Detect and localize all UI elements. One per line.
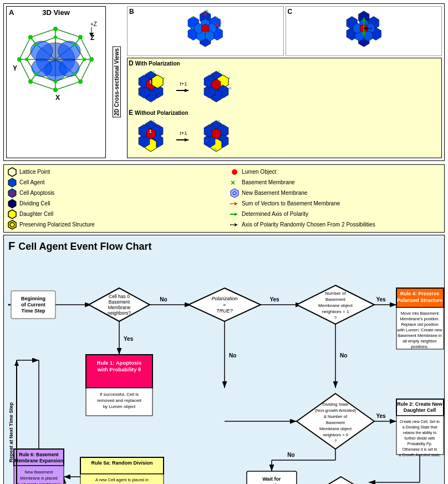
legend-axis-polarity: Determined Axis of Polarity [230, 209, 441, 219]
svg-marker-137 [235, 202, 237, 205]
panel-c-label: C [288, 8, 293, 16]
svg-text:neighbors > 0: neighbors > 0 [323, 432, 348, 437]
svg-text:1: 1 [11, 191, 14, 196]
svg-text:Yes: Yes [376, 296, 386, 302]
panel-a-diagram: Y X Z [8, 18, 103, 104]
svg-text:Number of: Number of [325, 291, 346, 296]
svg-text:retains the ability to: retains the ability to [403, 431, 436, 435]
svg-point-23 [53, 27, 58, 31]
svg-text:with Probability θ: with Probability θ [97, 366, 141, 372]
svg-text:Daughter Cell: Daughter Cell [404, 407, 436, 413]
svg-text:Yes: Yes [269, 296, 279, 302]
svg-text:No: No [229, 352, 236, 359]
svg-text:?: ? [334, 438, 337, 443]
legend-daughter-cell: Daughter Cell [7, 209, 218, 219]
svg-text:with Lumen. Create new: with Lumen. Create new [397, 327, 442, 332]
svg-point-29 [17, 57, 22, 62]
svg-point-28 [28, 79, 33, 84]
svg-point-37 [25, 58, 28, 61]
svg-text:×: × [218, 69, 220, 73]
svg-text:+Z: +Z [90, 21, 97, 27]
svg-text:Time Step: Time Step [22, 308, 45, 314]
legend-cell-agent: Cell Agent [7, 178, 218, 188]
svg-text:×: × [163, 76, 165, 80]
cross-section-wrapper: 2D Cross-sectional Views [108, 6, 125, 158]
svg-text:& Number of: & Number of [324, 414, 348, 419]
svg-point-35 [54, 80, 57, 83]
svg-text:all empty neighbor: all empty neighbor [403, 339, 437, 344]
panel-d-time-label: t+1 [180, 81, 187, 87]
panel-d-sublabel: With Polarization [135, 60, 180, 67]
panel-e-group: E Without Polarization [129, 109, 440, 157]
svg-text:Membrane is placed: Membrane is placed [20, 476, 58, 481]
svg-point-38 [34, 43, 38, 46]
svg-text:Yes: Yes [124, 336, 134, 342]
panel-e-arrow: t+1 [175, 130, 192, 144]
svg-point-25 [89, 57, 94, 62]
svg-text:further divide with: further divide with [405, 436, 435, 440]
svg-text:in all empty neighboring: in all empty neighboring [17, 482, 60, 484]
svg-text:×: × [228, 76, 231, 80]
svg-text:Rule 1: Apoptosis: Rule 1: Apoptosis [97, 360, 141, 366]
svg-text:Dividing State: Dividing State [323, 402, 348, 407]
panel-d-label: D [129, 59, 134, 67]
svg-point-24 [78, 35, 83, 39]
svg-text:New Basement: New Basement [25, 470, 54, 475]
svg-text:×: × [152, 69, 155, 73]
flowchart-title: Cell Agent Event Flow Chart [18, 241, 151, 253]
panel-de: D With Polarization [127, 58, 442, 158]
svg-text:Yes: Yes [376, 413, 386, 419]
svg-point-31 [54, 36, 57, 39]
panel-e-sublabel: Without Polarization [135, 110, 189, 116]
svg-text:×: × [218, 26, 221, 31]
svg-marker-135 [8, 199, 16, 208]
svg-text:No: No [340, 352, 347, 359]
panel-a: A 3D View Y X Z [6, 6, 106, 158]
svg-text:Polarized Structure: Polarized Structure [397, 298, 443, 303]
svg-text:×: × [206, 33, 208, 38]
svg-text:Membrane object: Membrane object [319, 426, 352, 431]
svg-point-30 [28, 35, 33, 39]
svg-text:Otherwise it is set to: Otherwise it is set to [402, 447, 437, 451]
svg-text:No: No [160, 296, 167, 302]
svg-text:×: × [216, 15, 218, 20]
svg-text:×: × [152, 119, 155, 123]
svg-text:=: = [223, 302, 226, 307]
legend-basement-membrane: × Basement Membrane [230, 178, 441, 188]
svg-text:Basement Membrane in: Basement Membrane in [398, 333, 442, 338]
svg-point-127 [232, 169, 237, 175]
svg-text:⊙: ⊙ [205, 138, 208, 142]
svg-text:1: 1 [149, 129, 152, 134]
svg-point-36 [34, 73, 38, 76]
svg-text:No: No [287, 452, 294, 458]
legend-section: Lattice Point Lumen Object Cell Agent × … [3, 164, 445, 233]
svg-text:If successful, Cell is: If successful, Cell is [100, 392, 139, 397]
svg-marker-144 [235, 223, 237, 226]
legend-axis-random: Axis of Polarity Randomly Chosen From 2 … [230, 220, 441, 230]
svg-text:Create new Cell. Set to: Create new Cell. Set to [400, 420, 440, 424]
legend-lattice-point: Lattice Point [7, 167, 218, 177]
svg-text:Membrane object: Membrane object [318, 303, 353, 308]
panel-a-label: A [9, 8, 14, 17]
svg-marker-141 [8, 220, 16, 229]
panel-d-content: 1 × × t+1 [129, 68, 440, 107]
panel-de-container: D With Polarization [127, 58, 442, 158]
panel-a-title: 3D View [8, 8, 104, 17]
panel-e-content: 1 × t+1 [129, 118, 440, 157]
svg-text:Rule 4: Preserve: Rule 4: Preserve [400, 291, 440, 296]
svg-point-19 [58, 41, 80, 61]
flowchart-section: F Cell Agent Event Flow Chart [3, 235, 445, 484]
svg-text:Repeat at Next Time Step: Repeat at Next Time Step [8, 402, 14, 462]
panel-d-arrow: t+1 [175, 81, 192, 94]
svg-text:Rule 2: Create New: Rule 2: Create New [397, 401, 443, 407]
svg-marker-138 [8, 210, 16, 219]
svg-marker-115 [185, 138, 189, 142]
svg-text:Replace old position: Replace old position [401, 322, 439, 327]
cross-section-label: 2D Cross-sectional Views [113, 47, 121, 118]
svg-point-27 [53, 88, 58, 92]
svg-text:Wait for: Wait for [262, 476, 281, 482]
panel-b-label: B [129, 8, 134, 16]
svg-text:×: × [192, 15, 195, 20]
panel-c: C [286, 6, 442, 56]
svg-point-32 [73, 43, 77, 46]
